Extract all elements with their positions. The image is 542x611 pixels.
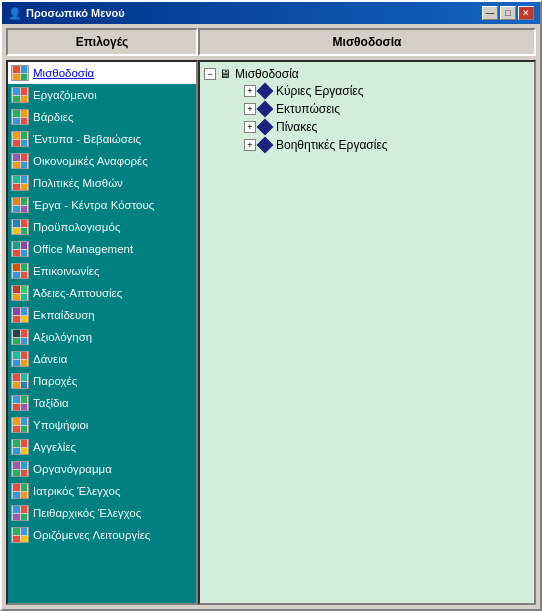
menu-item-label-9: Επικοινωνίες — [33, 265, 99, 277]
tree-child-icon-1 — [257, 101, 274, 118]
tree-child-item-3[interactable]: +Βοηθητικές Εργασίες — [244, 136, 530, 154]
left-menu-panel[interactable]: Μισθοδοσία Εργαζόμενοι Βάρδιες Έντυπα - … — [6, 60, 198, 605]
menu-item-0[interactable]: Μισθοδοσία — [8, 62, 196, 84]
menu-item-label-4: Οικονομικές Αναφορές — [33, 155, 148, 167]
tree-child-item-0[interactable]: +Κύριες Εργασίες — [244, 82, 530, 100]
tree-child-label-3: Βοηθητικές Εργασίες — [276, 138, 388, 152]
menu-item-14[interactable]: Παροχές — [8, 370, 196, 392]
right-panel-header: Μισθοδοσία — [198, 28, 536, 56]
menu-item-2[interactable]: Βάρδιες — [8, 106, 196, 128]
tree-root-item[interactable]: − 🖥 Μισθοδοσία — [204, 66, 530, 82]
menu-item-icon-11 — [10, 306, 30, 324]
tree-child-icon-3 — [257, 137, 274, 154]
tree-child-label-0: Κύριες Εργασίες — [276, 84, 364, 98]
menu-item-label-21: Οριζόμενες Λειτουργίες — [33, 529, 150, 541]
menu-item-label-20: Πειθαρχικός Έλεγχος — [33, 507, 141, 519]
menu-item-icon-10 — [10, 284, 30, 302]
main-content: Επιλογές Μισθοδοσία Μισθοδοσία Εργαζόμεν… — [2, 24, 540, 609]
menu-item-16[interactable]: Υποψήφιοι — [8, 414, 196, 436]
menu-item-icon-4 — [10, 152, 30, 170]
menu-item-label-17: Αγγελίες — [33, 441, 76, 453]
menu-item-label-16: Υποψήφιοι — [33, 419, 88, 431]
menu-item-label-12: Αξιολόγηση — [33, 331, 92, 343]
menu-item-10[interactable]: Άδειες-Απτουσίες — [8, 282, 196, 304]
minimize-button[interactable]: — — [482, 6, 498, 20]
tree-expand-icon-2[interactable]: + — [244, 121, 256, 133]
menu-item-icon-0 — [10, 64, 30, 82]
menu-item-icon-15 — [10, 394, 30, 412]
tree-child-item-2[interactable]: +Πίνακες — [244, 118, 530, 136]
menu-item-icon-1 — [10, 86, 30, 104]
menu-item-label-10: Άδειες-Απτουσίες — [33, 287, 122, 299]
menu-item-7[interactable]: Προϋπολογισμός — [8, 216, 196, 238]
close-button[interactable]: ✕ — [518, 6, 534, 20]
tree-child-icon-0 — [257, 83, 274, 100]
menu-item-label-0: Μισθοδοσία — [33, 67, 94, 79]
maximize-button[interactable]: □ — [500, 6, 516, 20]
menu-item-icon-6 — [10, 196, 30, 214]
menu-item-11[interactable]: Εκπαίδευση — [8, 304, 196, 326]
menu-item-icon-8 — [10, 240, 30, 258]
menu-item-icon-12 — [10, 328, 30, 346]
menu-item-label-2: Βάρδιες — [33, 111, 74, 123]
menu-item-12[interactable]: Αξιολόγηση — [8, 326, 196, 348]
menu-item-icon-21 — [10, 526, 30, 544]
menu-item-4[interactable]: Οικονομικές Αναφορές — [8, 150, 196, 172]
tree-expand-icon-0[interactable]: + — [244, 85, 256, 97]
menu-item-label-19: Ιατρικός Έλεγχος — [33, 485, 121, 497]
menu-item-label-7: Προϋπολογισμός — [33, 221, 120, 233]
menu-item-icon-16 — [10, 416, 30, 434]
tree-expand-icon-1[interactable]: + — [244, 103, 256, 115]
panels-row: Μισθοδοσία Εργαζόμενοι Βάρδιες Έντυπα - … — [6, 60, 536, 605]
tree-child-item-1[interactable]: +Εκτυπώσεις — [244, 100, 530, 118]
menu-item-13[interactable]: Δάνεια — [8, 348, 196, 370]
menu-item-6[interactable]: Έργα - Κέντρα Κόστους — [8, 194, 196, 216]
menu-item-5[interactable]: Πολιτικές Μισθών — [8, 172, 196, 194]
header-row: Επιλογές Μισθοδοσία — [6, 28, 536, 56]
menu-item-18[interactable]: Οργανόγραμμα — [8, 458, 196, 480]
title-bar-title: 👤 Προσωπικό Μενού — [8, 7, 125, 20]
menu-item-icon-18 — [10, 460, 30, 478]
menu-item-label-1: Εργαζόμενοι — [33, 89, 97, 101]
menu-item-19[interactable]: Ιατρικός Έλεγχος — [8, 480, 196, 502]
main-window: 👤 Προσωπικό Μενού — □ ✕ Επιλογές Μισθοδο… — [0, 0, 542, 611]
title-bar: 👤 Προσωπικό Μενού — □ ✕ — [2, 2, 540, 24]
menu-item-label-18: Οργανόγραμμα — [33, 463, 112, 475]
left-panel-header: Επιλογές — [6, 28, 198, 56]
right-tree-panel: − 🖥 Μισθοδοσία +Κύριες Εργασίες+Εκτυπώσε… — [198, 60, 536, 605]
left-header-label: Επιλογές — [76, 35, 129, 49]
menu-item-label-14: Παροχές — [33, 375, 77, 387]
menu-item-9[interactable]: Επικοινωνίες — [8, 260, 196, 282]
menu-item-icon-2 — [10, 108, 30, 126]
tree-child-label-2: Πίνακες — [276, 120, 317, 134]
menu-item-icon-3 — [10, 130, 30, 148]
menu-item-icon-7 — [10, 218, 30, 236]
menu-item-label-3: Έντυπα - Βεβαιώσεις — [33, 133, 141, 145]
menu-item-icon-17 — [10, 438, 30, 456]
menu-item-label-11: Εκπαίδευση — [33, 309, 95, 321]
menu-item-icon-14 — [10, 372, 30, 390]
menu-item-label-13: Δάνεια — [33, 353, 67, 365]
window-title: Προσωπικό Μενού — [26, 7, 125, 19]
menu-item-label-5: Πολιτικές Μισθών — [33, 177, 123, 189]
tree-collapse-icon[interactable]: − — [204, 68, 216, 80]
title-bar-controls: — □ ✕ — [482, 6, 534, 20]
menu-item-label-6: Έργα - Κέντρα Κόστους — [33, 199, 154, 211]
menu-item-8[interactable]: Office Management — [8, 238, 196, 260]
menu-item-15[interactable]: Ταξίδια — [8, 392, 196, 414]
tree-expand-icon-3[interactable]: + — [244, 139, 256, 151]
menu-item-20[interactable]: Πειθαρχικός Έλεγχος — [8, 502, 196, 524]
menu-item-1[interactable]: Εργαζόμενοι — [8, 84, 196, 106]
menu-item-icon-20 — [10, 504, 30, 522]
menu-item-label-15: Ταξίδια — [33, 397, 69, 409]
window-icon: 👤 — [8, 7, 22, 20]
menu-item-icon-5 — [10, 174, 30, 192]
right-header-label: Μισθοδοσία — [333, 35, 402, 49]
menu-item-icon-13 — [10, 350, 30, 368]
menu-item-17[interactable]: Αγγελίες — [8, 436, 196, 458]
menu-item-3[interactable]: Έντυπα - Βεβαιώσεις — [8, 128, 196, 150]
tree-child-label-1: Εκτυπώσεις — [276, 102, 340, 116]
menu-item-21[interactable]: Οριζόμενες Λειτουργίες — [8, 524, 196, 546]
menu-item-icon-19 — [10, 482, 30, 500]
tree-child-icon-2 — [257, 119, 274, 136]
